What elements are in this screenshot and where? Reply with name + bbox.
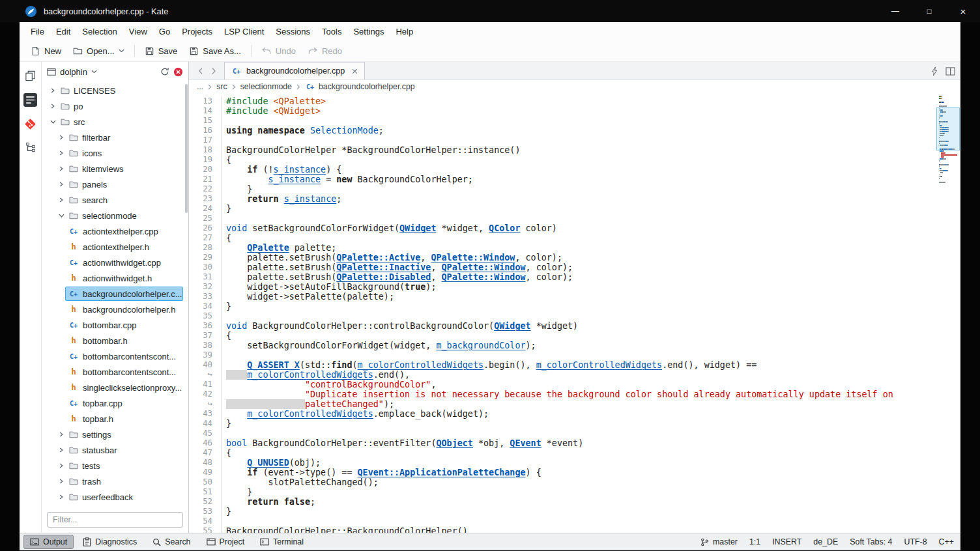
tree-item-settings[interactable]: settings xyxy=(42,427,188,442)
sidebar-tool-git[interactable] xyxy=(22,115,39,132)
tree-scrollbar[interactable] xyxy=(185,84,188,213)
tree-item-backgroundcolorhelper-c[interactable]: C+backgroundcolorhelper.c... xyxy=(42,286,188,302)
chevron-right-icon[interactable] xyxy=(57,166,66,171)
menu-file[interactable]: File xyxy=(25,24,50,39)
menu-view[interactable]: View xyxy=(123,24,153,39)
menu-help[interactable]: Help xyxy=(390,24,419,39)
status-tab-settings[interactable]: Soft Tabs: 4 xyxy=(850,537,892,546)
tree-item-icons[interactable]: icons xyxy=(42,145,188,161)
history-forward-button[interactable] xyxy=(207,62,220,79)
tab-backgroundcolorhelper-cpp[interactable]: C+ backgroundcolorhelper.cpp xyxy=(224,62,365,79)
code-line-46[interactable]: 46bool BackgroundColorHelper::eventFilte… xyxy=(189,438,936,448)
status-terminal-button[interactable]: Terminal xyxy=(253,535,310,549)
minimap-scrollbar[interactable] xyxy=(936,93,960,533)
chevron-right-icon[interactable] xyxy=(48,104,57,109)
minimap-viewport[interactable] xyxy=(936,107,960,150)
tree-item-selectionmode[interactable]: selectionmode xyxy=(42,208,188,223)
filter-input[interactable] xyxy=(47,512,183,528)
chevron-right-icon[interactable] xyxy=(57,197,66,203)
menu-edit[interactable]: Edit xyxy=(50,24,76,39)
chevron-right-icon[interactable] xyxy=(57,182,66,187)
code-line-wrap[interactable]: ↪ paletteChanged"); xyxy=(189,399,936,409)
save-as-button[interactable]: Save As... xyxy=(183,43,247,59)
undo-button[interactable]: Undo xyxy=(255,43,302,59)
status-project-button[interactable]: Project xyxy=(200,535,252,549)
chevron-right-icon[interactable] xyxy=(57,150,66,156)
code-line-19[interactable]: 19{ xyxy=(189,155,936,165)
tree-item-src[interactable]: src xyxy=(42,114,188,130)
code-line-39[interactable]: 39 xyxy=(189,350,936,360)
code-line-38[interactable]: 38 setBackgroundColorForWidget(widget, m… xyxy=(189,341,936,350)
code-line-15[interactable]: 15 xyxy=(189,116,936,126)
status-dictionary[interactable]: de_DE xyxy=(813,537,838,546)
tree-item-singleclickselectionproxy[interactable]: hsingleclickselectionproxy... xyxy=(42,380,188,395)
history-back-button[interactable] xyxy=(194,62,207,79)
code-view[interactable]: 13#include <QPalette>14#include <QWidget… xyxy=(189,93,960,533)
code-line-20[interactable]: 20 if (!s_instance) { xyxy=(189,165,936,175)
code-line-47[interactable]: 47{ xyxy=(189,448,936,458)
code-line-48[interactable]: 48 Q_UNUSED(obj); xyxy=(189,458,936,468)
tree-item-filterbar[interactable]: filterbar xyxy=(42,130,188,145)
status-output-button[interactable]: Output xyxy=(23,535,74,549)
refresh-button[interactable] xyxy=(160,67,169,76)
menu-tools[interactable]: Tools xyxy=(316,24,347,39)
code-line-29[interactable]: 29 palette.setBrush(QPalette::Active, QP… xyxy=(189,253,936,262)
code-line-33[interactable]: 33 widget->setPalette(palette); xyxy=(189,292,936,302)
tree-item-backgroundcolorhelper-h[interactable]: hbackgroundcolorhelper.h xyxy=(42,302,188,317)
code-line-27[interactable]: 27{ xyxy=(189,233,936,243)
code-line-36[interactable]: 36void BackgroundColorHelper::controlBac… xyxy=(189,321,936,331)
tree-item-trash[interactable]: trash xyxy=(42,473,188,489)
code-line-18[interactable]: 18BackgroundColorHelper *BackgroundColor… xyxy=(189,145,936,155)
code-line-41[interactable]: 41 "controlBackgroundColor", xyxy=(189,380,936,389)
chevron-right-icon[interactable] xyxy=(57,463,66,468)
code-line-17[interactable]: 17 xyxy=(189,135,936,145)
tree-item-kitemviews[interactable]: kitemviews xyxy=(42,161,188,177)
status-diagnostics-button[interactable]: Diagnostics xyxy=(76,535,143,549)
menu-selection[interactable]: Selection xyxy=(76,24,122,39)
tree-item-actiontexthelper-h[interactable]: hactiontexthelper.h xyxy=(42,239,188,255)
code-line-31[interactable]: 31 palette.setBrush(QPalette::Disabled, … xyxy=(189,272,936,282)
code-line-44[interactable]: 44} xyxy=(189,419,936,429)
breadcrumb-item-src[interactable]: src xyxy=(216,82,227,91)
code-line-16[interactable]: 16using namespace SelectionMode; xyxy=(189,126,936,135)
menu-sessions[interactable]: Sessions xyxy=(270,24,316,39)
code-line-55[interactable]: 55BackgroundColorHelper::BackgroundColor… xyxy=(189,526,936,533)
code-line-49[interactable]: 49 if (event->type() == QEvent::Applicat… xyxy=(189,468,936,477)
split-view-icon[interactable] xyxy=(945,67,955,76)
tree-item-statusbar[interactable]: statusbar xyxy=(42,442,188,458)
code-line-37[interactable]: 37{ xyxy=(189,331,936,341)
chevron-down-icon[interactable] xyxy=(57,213,66,218)
menu-settings[interactable]: Settings xyxy=(347,24,390,39)
breadcrumb-collapsed[interactable]: ... xyxy=(197,82,203,91)
sidebar-tool-project-panel[interactable] xyxy=(22,91,39,108)
open-button[interactable]: Open... xyxy=(67,43,130,59)
status-encoding[interactable]: UTF-8 xyxy=(904,537,927,546)
status-syntax-mode[interactable]: C++ xyxy=(939,537,954,546)
tree-item-search[interactable]: search xyxy=(42,192,188,208)
status-cursor-position[interactable]: 1:1 xyxy=(749,537,760,546)
chevron-right-icon[interactable] xyxy=(57,494,66,500)
menu-go[interactable]: Go xyxy=(153,24,176,39)
tree-item-actiontexthelper-cpp[interactable]: C+actiontexthelper.cpp xyxy=(42,223,188,239)
tree-item-bottombar-h[interactable]: hbottombar.h xyxy=(42,333,188,348)
quick-open-icon[interactable] xyxy=(931,66,938,76)
chevron-down-icon[interactable] xyxy=(91,70,97,74)
maximize-button[interactable]: □ xyxy=(912,0,946,22)
chevron-right-icon[interactable] xyxy=(57,135,66,140)
tree-item-bottombarcontentscont[interactable]: hbottombarcontentscont... xyxy=(42,364,188,380)
tree-item-actionwithwidget-h[interactable]: hactionwithwidget.h xyxy=(42,270,188,286)
code-line-54[interactable]: 54 xyxy=(189,516,936,526)
tree-item-licenses[interactable]: LICENSES xyxy=(42,83,188,98)
code-line-34[interactable]: 34} xyxy=(189,302,936,311)
breadcrumb-item-selectionmode[interactable]: selectionmode xyxy=(240,82,292,91)
status-git-branch[interactable]: master xyxy=(700,537,738,546)
chevron-down-icon[interactable] xyxy=(119,49,124,53)
chevron-right-icon[interactable] xyxy=(57,447,66,453)
tree-item-topbar-cpp[interactable]: C+topbar.cpp xyxy=(42,395,188,411)
code-line-26[interactable]: 26void setBackgroundColorForWidget(QWidg… xyxy=(189,223,936,233)
tree-item-topbar-h[interactable]: htopbar.h xyxy=(42,411,188,427)
code-line-53[interactable]: 53} xyxy=(189,507,936,516)
code-line-50[interactable]: 50 slotPaletteChanged(); xyxy=(189,477,936,487)
chevron-right-icon[interactable] xyxy=(57,432,66,437)
code-line-52[interactable]: 52 return false; xyxy=(189,497,936,507)
